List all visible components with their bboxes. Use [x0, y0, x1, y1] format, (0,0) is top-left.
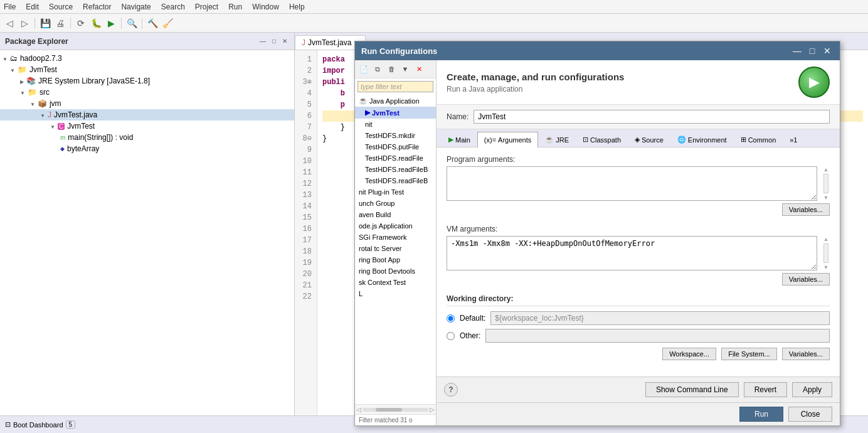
config-name-input[interactable]: [474, 110, 830, 124]
filter-config-btn[interactable]: ▼: [399, 63, 411, 75]
tree-item-jvmtest-java[interactable]: J JvmTest.java: [0, 109, 294, 120]
tab-source[interactable]: ◈ Source: [628, 132, 670, 147]
panel-close[interactable]: ✕: [280, 37, 289, 45]
help-btn[interactable]: ?: [444, 383, 458, 397]
other-radio[interactable]: [447, 332, 455, 340]
toolbar-back[interactable]: ◁: [3, 16, 16, 30]
menu-search[interactable]: Search: [161, 3, 185, 11]
tree-item-hadoop[interactable]: 🗂 hadoop2.7.3: [0, 53, 294, 64]
config-item-l[interactable]: L: [355, 288, 436, 299]
common-tab-icon: ⊞: [741, 136, 746, 144]
tree-item-jvm-package[interactable]: 📦 jvm: [0, 98, 294, 109]
tab-jre[interactable]: ☕ JRE: [538, 132, 576, 147]
run-btn[interactable]: Run: [739, 407, 783, 422]
tree-item-jre[interactable]: 📚 JRE System Library [JavaSE-1.8]: [0, 75, 294, 87]
config-item-spring-devtools[interactable]: ring Boot Devtools: [355, 265, 436, 277]
menu-navigate[interactable]: Navigate: [121, 3, 151, 11]
toolbar-clean[interactable]: 🧹: [161, 16, 174, 30]
config-filter-input[interactable]: [357, 81, 433, 92]
java-app-icon: ☕: [359, 97, 368, 105]
tab-main[interactable]: ▶ Main: [442, 132, 477, 147]
dialog-maximize-btn[interactable]: □: [806, 45, 818, 57]
config-item-nit-plugin[interactable]: nit Plug-in Test: [355, 186, 436, 198]
menu-help[interactable]: Help: [289, 3, 305, 11]
vm-args-variables-btn[interactable]: Variables...: [782, 273, 830, 286]
tab-more[interactable]: »1: [783, 132, 804, 147]
panel-maximize[interactable]: □: [270, 37, 278, 45]
config-item-nodejs-app[interactable]: ode.js Application: [355, 220, 436, 232]
panel-minimize[interactable]: —: [258, 37, 268, 45]
show-command-line-btn[interactable]: Show Command Line: [645, 382, 739, 397]
config-item-context-test[interactable]: sk Context Test: [355, 277, 436, 288]
config-item-testhdfs-putfile[interactable]: TestHDFS.putFile: [355, 141, 436, 152]
vm-args-input[interactable]: -Xms1m -Xmx8m -XX:+HeapDumpOnOutOfMemory…: [447, 236, 817, 270]
config-panel: Create, manage, and run configurations R…: [437, 60, 840, 425]
config-item-spring-boot[interactable]: ring Boot App: [355, 254, 436, 265]
config-item-nit[interactable]: nit: [355, 119, 436, 130]
run-configurations-dialog[interactable]: Run Configurations — □ ✕ 📄 ⧉ 🗑 ▼ ✕: [354, 41, 840, 426]
config-header-subtitle: Run a Java application: [447, 85, 624, 94]
toolbar-refresh[interactable]: ⟳: [74, 16, 88, 30]
tab-environment[interactable]: 🌐 Environment: [670, 132, 734, 147]
expand-icon: [30, 99, 35, 108]
close-btn[interactable]: Close: [788, 407, 832, 422]
tree-item-bytearray[interactable]: ◆ byteArray: [0, 143, 294, 154]
environment-tab-icon: 🌐: [677, 136, 686, 144]
menu-source[interactable]: Source: [49, 3, 73, 11]
duplicate-config-btn[interactable]: ⧉: [371, 63, 384, 75]
config-item-testhdfs-mkdir[interactable]: TestHDFS.mkdir: [355, 130, 436, 141]
tree-item-src[interactable]: 📁 src: [0, 87, 294, 98]
toolbar-run[interactable]: ▶: [104, 16, 118, 30]
dialog-minimize-btn[interactable]: —: [791, 45, 803, 57]
selected-config-icon: ▶: [365, 109, 370, 117]
config-item-jvmtest[interactable]: ▶ JvmTest: [355, 107, 436, 119]
other-dir-input[interactable]: [485, 329, 830, 343]
config-item-testhdfs-readfileb1[interactable]: TestHDFS.readFileB: [355, 164, 436, 175]
library-icon: 📚: [26, 77, 36, 85]
new-config-btn[interactable]: 📄: [357, 63, 370, 75]
toolbar-forward[interactable]: ▷: [18, 16, 31, 30]
toolbar-search[interactable]: 🔍: [125, 16, 139, 30]
menu-refactor[interactable]: Refactor: [83, 3, 111, 11]
config-item-tomcat[interactable]: rotal tc Server: [355, 243, 436, 254]
variables-btn2[interactable]: Variables...: [782, 348, 830, 360]
boot-dashboard-tab[interactable]: ⊡ Boot Dashboard 5: [5, 420, 75, 429]
revert-btn[interactable]: Revert: [744, 382, 787, 397]
workspace-buttons: Workspace... File System... Variables...: [447, 348, 830, 360]
config-item-unch-group[interactable]: unch Group: [355, 198, 436, 209]
program-args-input[interactable]: [447, 166, 817, 201]
config-item-testhdfs-readfileb2[interactable]: TestHDFS.readFileB: [355, 175, 436, 186]
toolbar-build[interactable]: 🔨: [146, 16, 159, 30]
tree-item-jvmtest-project[interactable]: 📁 JvmTest: [0, 64, 294, 75]
menu-edit[interactable]: Edit: [26, 3, 39, 11]
config-item-sgi[interactable]: SGi Framework: [355, 232, 436, 243]
menu-run[interactable]: Run: [228, 3, 242, 11]
default-radio[interactable]: [447, 314, 455, 323]
config-item-testhdfs-readfile[interactable]: TestHDFS.readFile: [355, 152, 436, 164]
tab-classpath[interactable]: ⊡ Classpath: [576, 132, 628, 147]
tree-item-main-method[interactable]: m main(String[]) : void: [0, 132, 294, 143]
vm-args-row: -Xms1m -Xmx8m -XX:+HeapDumpOnOutOfMemory…: [447, 236, 830, 270]
apply-btn[interactable]: Apply: [792, 382, 832, 397]
dialog-close-btn[interactable]: ✕: [821, 45, 834, 57]
default-dir-input[interactable]: [490, 311, 830, 325]
tree-item-jvmtest-class[interactable]: C JvmTest: [0, 120, 294, 132]
delete2-config-btn[interactable]: ✕: [413, 63, 425, 75]
workspace-btn[interactable]: Workspace...: [662, 348, 716, 360]
delete-config-btn[interactable]: 🗑: [385, 63, 398, 75]
run-now-btn[interactable]: ▶: [798, 67, 830, 98]
package-icon: 📦: [38, 99, 47, 108]
toolbar-print[interactable]: 🖨: [53, 16, 67, 30]
name-row: Name:: [437, 105, 840, 129]
config-item-java-application[interactable]: ☕ Java Application: [355, 95, 436, 107]
tab-common[interactable]: ⊞ Common: [734, 132, 783, 147]
toolbar-debug[interactable]: 🐛: [89, 16, 103, 30]
toolbar-save[interactable]: 💾: [38, 16, 52, 30]
program-args-variables-btn[interactable]: Variables...: [782, 203, 830, 216]
tab-arguments[interactable]: (x)= Arguments: [477, 132, 538, 147]
filesystem-btn[interactable]: File System...: [721, 348, 777, 360]
menu-project[interactable]: Project: [195, 3, 218, 11]
menu-file[interactable]: File: [4, 3, 16, 11]
config-item-aven-build[interactable]: aven Build: [355, 209, 436, 220]
menu-window[interactable]: Window: [252, 3, 279, 11]
